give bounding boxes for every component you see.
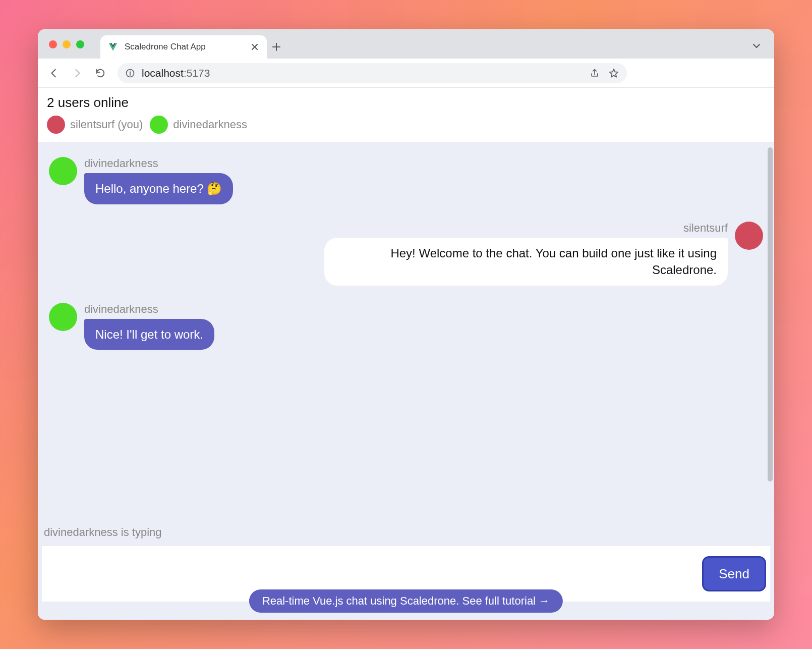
browser-window: Scaledrone Chat App localhost:5173 bbox=[38, 29, 774, 620]
message-content: divinedarknessHello, anyone here? 🤔 bbox=[84, 157, 233, 204]
user-name-label: divinedarkness bbox=[173, 118, 247, 131]
browser-tab[interactable]: Scaledrone Chat App bbox=[100, 35, 267, 59]
message-row: divinedarknessHello, anyone here? 🤔 bbox=[49, 157, 763, 204]
tab-close-button[interactable] bbox=[250, 42, 260, 52]
user-chip: silentsurf (you) bbox=[47, 116, 143, 134]
toolbar: localhost:5173 bbox=[38, 59, 774, 88]
share-icon[interactable] bbox=[589, 67, 601, 79]
messages-list[interactable]: divinedarknessHello, anyone here? 🤔silen… bbox=[38, 142, 774, 526]
window-maximize-button[interactable] bbox=[76, 40, 84, 48]
scrollbar[interactable] bbox=[768, 147, 773, 519]
page-content: 2 users online silentsurf (you)divinedar… bbox=[38, 88, 774, 620]
message-author: silentsurf bbox=[683, 222, 728, 235]
window-minimize-button[interactable] bbox=[63, 40, 71, 48]
user-avatar bbox=[150, 116, 168, 134]
message-avatar bbox=[49, 157, 77, 185]
tabs-menu-button[interactable] bbox=[749, 38, 764, 53]
message-content: divinedarknessNice! I'll get to work. bbox=[84, 303, 214, 350]
message-row: divinedarknessNice! I'll get to work. bbox=[49, 303, 763, 350]
user-avatar bbox=[47, 116, 65, 134]
svg-point-2 bbox=[130, 70, 131, 71]
scrollbar-thumb[interactable] bbox=[768, 147, 773, 481]
message-bubble: Nice! I'll get to work. bbox=[84, 319, 214, 350]
site-info-icon[interactable] bbox=[125, 68, 136, 79]
tab-bar: Scaledrone Chat App bbox=[38, 29, 774, 59]
url-text: localhost:5173 bbox=[142, 67, 210, 79]
message-author: divinedarkness bbox=[84, 157, 233, 170]
new-tab-button[interactable] bbox=[267, 35, 286, 59]
message-author: divinedarkness bbox=[84, 303, 214, 316]
users-list: silentsurf (you)divinedarkness bbox=[47, 116, 765, 134]
user-name-label: silentsurf (you) bbox=[70, 118, 143, 131]
message-avatar bbox=[735, 222, 763, 250]
forward-button[interactable] bbox=[68, 64, 86, 82]
tab-title: Scaledrone Chat App bbox=[125, 42, 244, 52]
window-close-button[interactable] bbox=[49, 40, 57, 48]
tutorial-link[interactable]: Real-time Vue.js chat using Scaledrone. … bbox=[249, 589, 563, 613]
address-bar[interactable]: localhost:5173 bbox=[118, 63, 627, 83]
bookmark-star-icon[interactable] bbox=[608, 67, 620, 79]
window-controls bbox=[49, 40, 84, 48]
reload-button[interactable] bbox=[91, 64, 109, 82]
message-avatar bbox=[49, 303, 77, 331]
users-panel: 2 users online silentsurf (you)divinedar… bbox=[38, 88, 774, 142]
typing-indicator: divinedarkness is typing bbox=[42, 526, 770, 546]
message-row: silentsurfHey! Welcome to the chat. You … bbox=[49, 222, 763, 286]
message-bubble: Hello, anyone here? 🤔 bbox=[84, 173, 233, 204]
online-count-label: 2 users online bbox=[47, 95, 765, 111]
user-chip: divinedarkness bbox=[150, 116, 247, 134]
back-button[interactable] bbox=[45, 64, 63, 82]
message-content: silentsurfHey! Welcome to the chat. You … bbox=[324, 222, 728, 286]
message-bubble: Hey! Welcome to the chat. You can build … bbox=[324, 238, 728, 286]
vue-favicon-icon bbox=[107, 41, 119, 52]
send-button[interactable]: Send bbox=[702, 556, 766, 591]
